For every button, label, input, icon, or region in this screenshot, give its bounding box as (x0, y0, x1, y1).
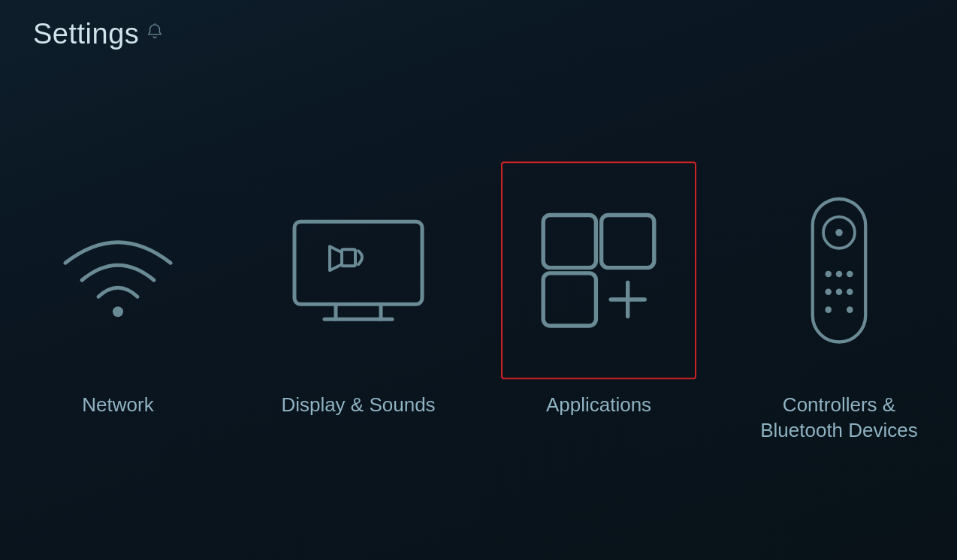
svg-point-1 (113, 306, 123, 317)
bell-icon (146, 23, 163, 40)
settings-grid: Network Display & Sounds (20, 161, 937, 444)
sidebar-item-applications[interactable]: Applications (501, 161, 696, 418)
network-label: Network (82, 393, 153, 418)
applications-icon-wrapper (501, 161, 696, 379)
network-icon-wrapper (20, 161, 216, 379)
applications-label: Applications (546, 393, 651, 418)
svg-rect-6 (342, 249, 355, 266)
svg-point-15 (825, 271, 832, 278)
display-sounds-label: Display & Sounds (281, 393, 435, 418)
svg-point-18 (825, 289, 832, 296)
controllers-icon-wrapper (741, 161, 937, 379)
sidebar-item-display-sounds[interactable]: Display & Sounds (261, 161, 456, 418)
header: Settings (33, 18, 163, 50)
display-icon-wrapper (261, 161, 456, 379)
svg-point-19 (836, 289, 843, 296)
controllers-icon (805, 195, 873, 345)
svg-rect-12 (813, 199, 865, 342)
svg-rect-7 (543, 215, 596, 267)
svg-rect-8 (602, 215, 654, 267)
network-icon (58, 221, 178, 319)
controllers-label: Controllers &Bluetooth Devices (760, 393, 918, 444)
svg-point-21 (825, 306, 832, 313)
svg-point-14 (835, 229, 843, 236)
svg-point-20 (847, 289, 853, 296)
svg-point-16 (836, 271, 843, 278)
svg-rect-9 (543, 273, 596, 326)
sidebar-item-network[interactable]: Network (20, 161, 216, 418)
svg-point-22 (847, 306, 853, 313)
applications-icon (531, 203, 666, 338)
sidebar-item-controllers[interactable]: Controllers &Bluetooth Devices (741, 161, 937, 444)
display-sounds-icon (291, 218, 426, 323)
svg-point-17 (847, 271, 853, 278)
page-title: Settings (33, 18, 139, 50)
